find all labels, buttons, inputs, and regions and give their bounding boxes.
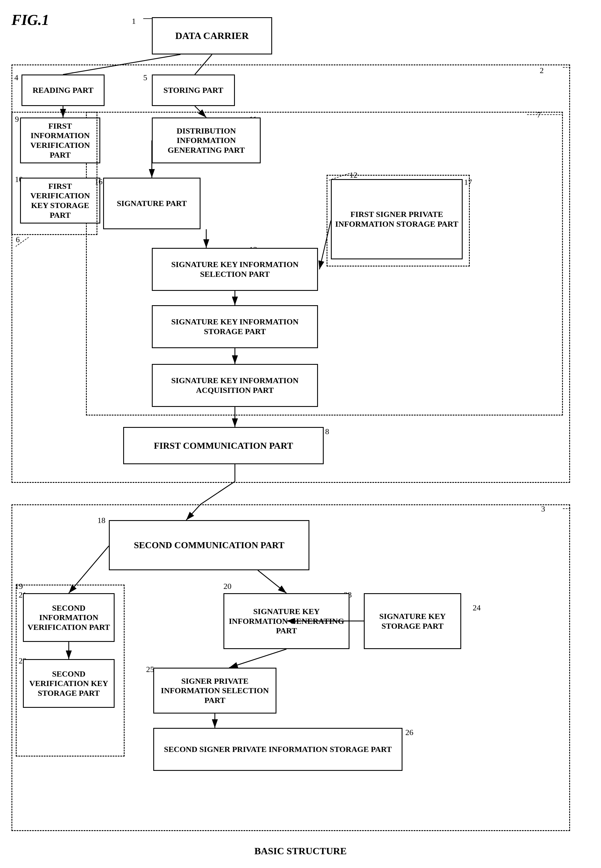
signature-part-box: SIGNATURE PART bbox=[103, 178, 201, 229]
second-info-verify-box: SECOND INFORMATION VERIFICATION PART bbox=[23, 593, 114, 642]
dist-info-gen-box: DISTRIBUTION INFORMATION GENERATING PART bbox=[152, 118, 261, 164]
svg-line-13 bbox=[218, 481, 235, 493]
sig-key-info-acq-box: SIGNATURE KEY INFORMATION ACQUISITION PA… bbox=[152, 364, 318, 407]
second-signer-private-box: SECOND SIGNER PRIVATE INFORMATION STORAG… bbox=[153, 728, 403, 771]
second-comm-box: SECOND COMMUNICATION PART bbox=[109, 520, 310, 570]
data-carrier-box: DATA CARRIER bbox=[152, 17, 272, 55]
sig-key-info-storage-box: SIGNATURE KEY INFORMATION STORAGE PART bbox=[152, 305, 318, 348]
svg-line-14 bbox=[201, 493, 218, 504]
num-1: 1 bbox=[132, 17, 136, 26]
first-signer-private-box: FIRST SIGNER PRIVATE INFORMATION STORAGE… bbox=[331, 179, 463, 259]
fig-label: FIG.1 bbox=[11, 11, 49, 28]
signer-private-select-box: SIGNER PRIVATE INFORMATION SELECTION PAR… bbox=[153, 668, 276, 714]
second-verify-key-box: SECOND VERIFICATION KEY STORAGE PART bbox=[23, 659, 114, 708]
num-18: 18 bbox=[98, 516, 105, 525]
num-16: 16 bbox=[95, 177, 102, 186]
num-25: 25 bbox=[146, 665, 154, 674]
caption: BASIC STRUCTURE bbox=[0, 846, 601, 857]
first-comm-box: FIRST COMMUNICATION PART bbox=[123, 427, 324, 464]
sig-key-info-select-box: SIGNATURE KEY INFORMATION SELECTION PART bbox=[152, 248, 318, 291]
num-4: 4 bbox=[14, 73, 18, 82]
num-24: 24 bbox=[473, 603, 480, 613]
num-20: 20 bbox=[223, 582, 232, 591]
num-26: 26 bbox=[405, 728, 413, 737]
region-6 bbox=[11, 112, 98, 235]
num-17: 17 bbox=[464, 178, 472, 187]
storing-part-box: STORING PART bbox=[152, 75, 235, 106]
sig-key-info-gen-box: SIGNATURE KEY INFORMATION GENERATING PAR… bbox=[223, 593, 349, 649]
num-6: 6 bbox=[16, 235, 20, 244]
num-5: 5 bbox=[143, 73, 147, 82]
sig-key-storage-box: SIGNATURE KEY STORAGE PART bbox=[364, 593, 461, 649]
reading-part-box: READING PART bbox=[21, 75, 105, 106]
num-8: 8 bbox=[325, 427, 329, 436]
